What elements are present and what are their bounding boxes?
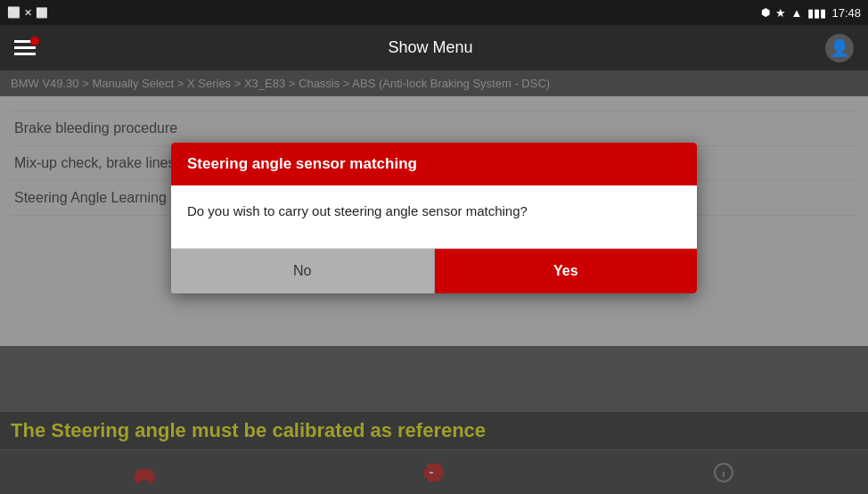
dialog-title: Steering angle sensor matching [187,155,417,172]
signal-icon: ▲ [791,6,803,20]
bluetooth-icon: ⬢ [761,6,770,19]
app-header: Show Menu 👤 [0,25,868,71]
header-title: Show Menu [388,38,472,57]
no-button[interactable]: No [171,249,435,293]
bt-status-icon: ✕ [24,7,32,19]
status-icons: ⬜ ✕ ⬜ [7,6,48,19]
battery-icon: ▮▮▮ [807,6,826,20]
dialog: Steering angle sensor matching Do you wi… [171,143,697,293]
screen-icon: ⬜ [7,6,20,19]
modal-overlay: Steering angle sensor matching Do you wi… [0,71,868,494]
dialog-header: Steering angle sensor matching [171,143,697,185]
dialog-footer: No Yes [171,248,697,293]
circle-icon: ⬜ [36,7,48,19]
yes-button[interactable]: Yes [435,249,698,293]
status-bar: ⬜ ✕ ⬜ ⬢ ★ ▲ ▮▮▮ 17:48 [0,0,868,25]
user-avatar[interactable]: 👤 [825,34,854,62]
menu-button[interactable] [14,40,36,55]
wifi-icon: ★ [775,6,786,20]
status-right: ⬢ ★ ▲ ▮▮▮ 17:48 [761,6,861,20]
dialog-message: Do you wish to carry out steering angle … [187,203,528,218]
status-left: ⬜ ✕ ⬜ [7,6,48,19]
dialog-body: Do you wish to carry out steering angle … [171,185,697,248]
time-display: 17:48 [831,6,861,20]
